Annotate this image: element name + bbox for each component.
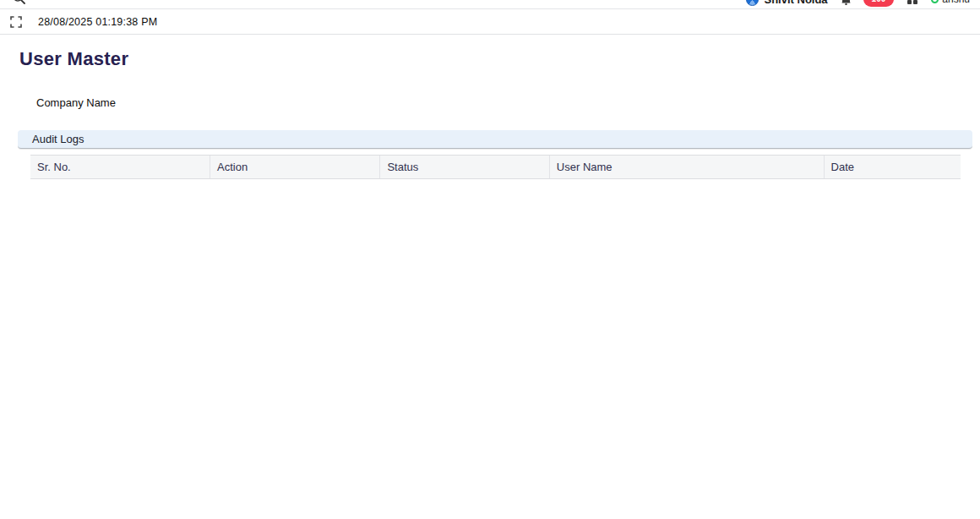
table-header-row: Sr. No. Action Status User Name Date bbox=[30, 156, 961, 179]
topbar: Shivit Noida 100 anshu bbox=[0, 0, 980, 9]
audit-logs-section-header[interactable]: Audit Logs bbox=[18, 130, 972, 149]
brand-logo-icon bbox=[746, 0, 759, 6]
user-chip[interactable]: anshu bbox=[931, 0, 970, 5]
notification-badge[interactable]: 100 bbox=[863, 0, 895, 7]
company-name-label: Company Name bbox=[36, 96, 980, 109]
apps-icon[interactable] bbox=[907, 0, 917, 4]
audit-logs-table: Sr. No. Action Status User Name Date bbox=[30, 155, 961, 179]
column-header-srno: Sr. No. bbox=[30, 156, 210, 179]
column-header-date: Date bbox=[824, 156, 961, 179]
expand-icon[interactable] bbox=[10, 16, 22, 28]
brand-name: Shivit Noida bbox=[764, 0, 827, 6]
main-content: User Master Company Name Audit Logs Sr. … bbox=[0, 48, 980, 179]
presence-dot-icon bbox=[931, 0, 939, 3]
bell-icon[interactable] bbox=[841, 0, 850, 4]
brand[interactable]: Shivit Noida bbox=[746, 0, 827, 6]
timestamp: 28/08/2025 01:19:38 PM bbox=[38, 16, 157, 28]
audit-logs-title: Audit Logs bbox=[32, 133, 84, 145]
page-title: User Master bbox=[19, 48, 980, 70]
column-header-action: Action bbox=[210, 156, 379, 179]
statusbar: 28/08/2025 01:19:38 PM bbox=[0, 9, 980, 35]
column-header-username: User Name bbox=[549, 156, 824, 179]
search-icon[interactable] bbox=[12, 0, 25, 8]
column-header-status: Status bbox=[380, 156, 549, 179]
user-name: anshu bbox=[942, 0, 970, 5]
